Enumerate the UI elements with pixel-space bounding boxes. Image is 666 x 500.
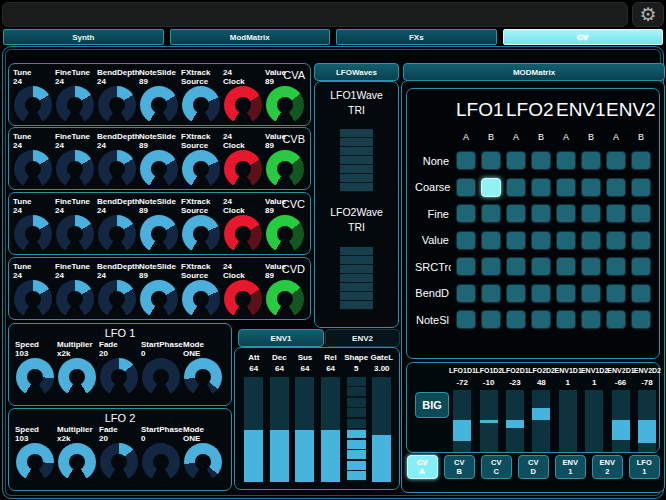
matrix-cell[interactable]	[481, 257, 501, 276]
knob-startphase[interactable]	[142, 358, 180, 396]
matrix-cell[interactable]	[531, 257, 551, 276]
matrix-cell[interactable]	[556, 284, 576, 303]
knob-benddepth[interactable]	[98, 215, 136, 253]
knob-fxtrack[interactable]	[182, 215, 220, 253]
matrix-cell[interactable]	[581, 310, 601, 329]
matrix-cell[interactable]	[631, 231, 651, 250]
tab-cv[interactable]: CV	[503, 29, 664, 45]
tab-synth[interactable]: Synth	[3, 29, 164, 45]
select-button-cv-a[interactable]: CV A	[407, 455, 438, 479]
knob-benddepth[interactable]	[98, 280, 136, 318]
select-button-cv-b[interactable]: CV B	[444, 455, 475, 479]
matrix-cell[interactable]	[581, 257, 601, 276]
matrix-cell[interactable]	[481, 310, 501, 329]
matrix-cell[interactable]	[606, 284, 626, 303]
wave-step-slider-lfo2wave[interactable]	[340, 247, 373, 310]
depth-slider-env1d1[interactable]	[559, 390, 577, 452]
matrix-cell[interactable]	[531, 231, 551, 250]
matrix-cell[interactable]	[631, 257, 651, 276]
matrix-cell[interactable]	[506, 257, 526, 276]
knob-multiplier[interactable]	[58, 358, 96, 396]
knob-noteslide[interactable]	[140, 215, 178, 253]
knob-startphase[interactable]	[142, 443, 180, 481]
matrix-cell[interactable]	[606, 310, 626, 329]
knob-finetune[interactable]	[56, 280, 94, 318]
env-slider-dec[interactable]	[270, 377, 289, 482]
select-button-cv-d[interactable]: CV D	[518, 455, 549, 479]
depth-slider-lfo2d2[interactable]	[532, 390, 550, 452]
matrix-cell[interactable]	[606, 151, 626, 170]
depth-slider-env2d1[interactable]	[612, 390, 630, 452]
knob-fade[interactable]	[100, 358, 138, 396]
env-slider-sus[interactable]	[295, 377, 314, 482]
knob-finetune[interactable]	[56, 150, 94, 188]
matrix-cell[interactable]	[456, 151, 476, 170]
knob-tune[interactable]	[14, 215, 52, 253]
matrix-cell[interactable]	[606, 231, 626, 250]
matrix-cell[interactable]	[581, 204, 601, 223]
knob-fade[interactable]	[100, 443, 138, 481]
depth-slider-lfo1d1[interactable]	[453, 390, 471, 452]
knob-24[interactable]	[224, 215, 262, 253]
depth-slider-lfo2d1[interactable]	[506, 390, 524, 452]
matrix-cell[interactable]	[581, 231, 601, 250]
matrix-cell[interactable]	[506, 231, 526, 250]
matrix-cell[interactable]	[556, 310, 576, 329]
knob-24[interactable]	[224, 150, 262, 188]
env-slider-shape[interactable]	[347, 377, 366, 482]
matrix-cell[interactable]	[506, 310, 526, 329]
select-button-cv-c[interactable]: CV C	[481, 455, 512, 479]
matrix-cell[interactable]	[556, 151, 576, 170]
knob-tune[interactable]	[14, 280, 52, 318]
knob-finetune[interactable]	[56, 215, 94, 253]
knob-value[interactable]	[266, 86, 304, 124]
matrix-cell[interactable]	[531, 284, 551, 303]
matrix-cell[interactable]	[556, 204, 576, 223]
matrix-cell[interactable]	[581, 284, 601, 303]
knob-tune[interactable]	[14, 150, 52, 188]
matrix-cell[interactable]	[606, 178, 626, 197]
matrix-cell[interactable]	[481, 231, 501, 250]
matrix-cell[interactable]	[606, 257, 626, 276]
matrix-cell[interactable]	[631, 151, 651, 170]
knob-tune[interactable]	[14, 86, 52, 124]
knob-multiplier[interactable]	[58, 443, 96, 481]
knob-fxtrack[interactable]	[182, 150, 220, 188]
matrix-cell[interactable]	[531, 310, 551, 329]
matrix-cell[interactable]	[506, 204, 526, 223]
depth-slider-env2d2[interactable]	[638, 390, 656, 452]
knob-finetune[interactable]	[56, 86, 94, 124]
knob-benddepth[interactable]	[98, 150, 136, 188]
depth-slider-env1d2[interactable]	[585, 390, 603, 452]
matrix-cell[interactable]	[556, 257, 576, 276]
matrix-cell[interactable]	[531, 204, 551, 223]
matrix-cell[interactable]	[506, 151, 526, 170]
knob-speed[interactable]	[16, 443, 54, 481]
env-slider-att[interactable]	[244, 377, 263, 482]
matrix-cell[interactable]	[531, 178, 551, 197]
env-slider-gatel[interactable]	[372, 377, 391, 482]
matrix-cell[interactable]	[631, 284, 651, 303]
matrix-cell[interactable]	[456, 204, 476, 223]
select-button-env-2[interactable]: ENV 2	[592, 455, 623, 479]
select-button-env-1[interactable]: ENV 1	[555, 455, 586, 479]
knob-speed[interactable]	[16, 358, 54, 396]
knob-value[interactable]	[266, 215, 304, 253]
knob-noteslide[interactable]	[140, 86, 178, 124]
matrix-cell[interactable]	[631, 178, 651, 197]
matrix-cell[interactable]	[606, 204, 626, 223]
knob-fxtrack[interactable]	[182, 86, 220, 124]
matrix-cell[interactable]	[481, 151, 501, 170]
matrix-cell[interactable]	[456, 178, 476, 197]
env-slider-rel[interactable]	[321, 377, 340, 482]
knob-value[interactable]	[266, 280, 304, 318]
select-button-lfo-1[interactable]: LFO 1	[629, 455, 660, 479]
matrix-cell[interactable]	[456, 257, 476, 276]
matrix-cell[interactable]	[506, 178, 526, 197]
matrix-cell[interactable]	[456, 231, 476, 250]
tab-fxs[interactable]: FXs	[336, 29, 497, 45]
matrix-cell[interactable]	[481, 178, 501, 197]
matrix-cell[interactable]	[531, 151, 551, 170]
knob-noteslide[interactable]	[140, 280, 178, 318]
tab-env2[interactable]: ENV2	[325, 329, 400, 347]
